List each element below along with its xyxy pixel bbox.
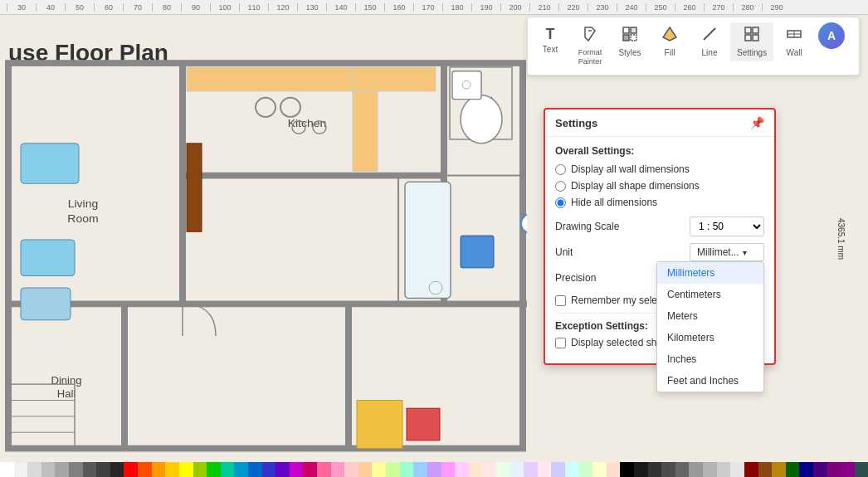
color-swatch[interactable]: [551, 462, 565, 477]
unit-select-button[interactable]: Millimet...: [690, 243, 764, 261]
unit-option-centimeters[interactable]: Centimeters: [657, 284, 763, 305]
unit-option-millimeters[interactable]: Millimeters: [657, 262, 763, 284]
color-swatch[interactable]: [786, 462, 800, 477]
radio-display-shape[interactable]: Display all shape dimensions: [555, 180, 764, 192]
color-swatch[interactable]: [165, 462, 179, 477]
color-swatch[interactable]: [221, 462, 235, 477]
color-swatch[interactable]: [565, 462, 579, 477]
color-swatch[interactable]: [648, 462, 662, 477]
color-swatch[interactable]: [717, 462, 731, 477]
color-swatch[interactable]: [510, 462, 524, 477]
color-swatch[interactable]: [41, 462, 56, 477]
color-swatch[interactable]: [386, 462, 400, 477]
toolbar-item-styles[interactable]: Styles: [611, 22, 649, 61]
radio-display-wall-input[interactable]: [555, 164, 566, 175]
color-swatch[interactable]: [579, 462, 593, 477]
color-swatch[interactable]: [524, 462, 538, 477]
color-swatch[interactable]: [661, 462, 675, 477]
color-swatch[interactable]: [27, 462, 41, 477]
logo-badge: A: [818, 22, 845, 49]
color-swatch[interactable]: [538, 462, 552, 477]
color-swatch[interactable]: [455, 462, 469, 477]
unit-option-inches[interactable]: Inches: [657, 348, 763, 370]
radio-hide-all-input[interactable]: [555, 197, 566, 208]
toolbar-item-wall[interactable]: Wall: [775, 22, 813, 61]
color-swatch[interactable]: [799, 462, 813, 477]
color-swatch[interactable]: [262, 462, 276, 477]
radio-hide-all[interactable]: Hide all dimensions: [555, 197, 764, 208]
color-swatch[interactable]: [96, 462, 110, 477]
color-swatch[interactable]: [496, 462, 510, 477]
toolbar-item-format-painter[interactable]: FormatPainter: [571, 22, 609, 70]
color-swatch[interactable]: [14, 462, 28, 477]
color-swatch[interactable]: [344, 462, 358, 477]
color-swatch[interactable]: [358, 462, 373, 477]
unit-label: Unit: [555, 246, 573, 258]
color-swatch[interactable]: [331, 462, 345, 477]
color-swatch[interactable]: [772, 462, 786, 477]
color-swatch[interactable]: [400, 462, 414, 477]
color-swatch[interactable]: [0, 462, 14, 477]
color-swatch[interactable]: [855, 462, 868, 477]
pin-icon[interactable]: 📌: [750, 116, 764, 129]
ruler-mark: 250: [646, 3, 675, 12]
svg-text:↔: ↔: [526, 218, 527, 230]
color-swatch[interactable]: [207, 462, 221, 477]
color-bar: [0, 462, 868, 477]
ruler-mark: 140: [326, 3, 355, 12]
color-swatch[interactable]: [234, 462, 248, 477]
color-swatch[interactable]: [110, 462, 124, 477]
color-swatch[interactable]: [744, 462, 758, 477]
color-swatch[interactable]: [675, 462, 690, 477]
color-swatch[interactable]: [703, 462, 717, 477]
color-swatch[interactable]: [441, 462, 456, 477]
color-swatch[interactable]: [290, 462, 304, 477]
svg-rect-48: [631, 27, 636, 33]
color-swatch[interactable]: [607, 462, 621, 477]
color-swatch[interactable]: [69, 462, 83, 477]
ruler-mark: 290: [762, 3, 791, 12]
radio-display-wall[interactable]: Display all wall dimensions: [555, 163, 764, 175]
settings-panel: Settings 📌 Overall Settings: Display all…: [544, 108, 776, 365]
color-swatch[interactable]: [193, 462, 207, 477]
color-swatch[interactable]: [592, 462, 607, 477]
color-swatch[interactable]: [813, 462, 827, 477]
color-swatch[interactable]: [317, 462, 331, 477]
ruler-mark: 230: [588, 3, 617, 12]
color-swatch[interactable]: [276, 462, 290, 477]
remember-checkbox[interactable]: [555, 295, 566, 306]
color-swatch[interactable]: [83, 462, 97, 477]
radio-display-shape-input[interactable]: [555, 181, 566, 192]
color-swatch[interactable]: [482, 462, 496, 477]
color-swatch[interactable]: [55, 462, 69, 477]
color-swatch[interactable]: [179, 462, 193, 477]
color-swatch[interactable]: [758, 462, 773, 477]
toolbar-item-fill[interactable]: Fill: [651, 22, 689, 61]
color-swatch[interactable]: [689, 462, 703, 477]
fill-icon: [661, 26, 678, 46]
toolbar-item-text[interactable]: T Text: [531, 22, 569, 58]
color-swatch[interactable]: [427, 462, 441, 477]
color-swatch[interactable]: [372, 462, 386, 477]
color-swatch[interactable]: [303, 462, 317, 477]
drawing-scale-select[interactable]: 1 : 50: [690, 217, 764, 236]
ruler-mark: 200: [500, 3, 529, 12]
color-swatch[interactable]: [634, 462, 648, 477]
unit-option-feet-inches[interactable]: Feet and Inches: [657, 370, 763, 392]
color-swatch[interactable]: [469, 462, 483, 477]
color-swatch[interactable]: [620, 462, 634, 477]
color-swatch[interactable]: [730, 462, 744, 477]
unit-option-kilometers[interactable]: Kilometers: [657, 327, 763, 348]
color-swatch[interactable]: [152, 462, 166, 477]
unit-option-meters[interactable]: Meters: [657, 305, 763, 327]
color-swatch[interactable]: [413, 462, 427, 477]
color-swatch[interactable]: [138, 462, 152, 477]
display-selected-checkbox[interactable]: [555, 338, 566, 348]
color-swatch[interactable]: [248, 462, 262, 477]
toolbar-item-line[interactable]: Line: [690, 22, 729, 61]
toolbar-item-settings[interactable]: Settings: [730, 22, 773, 61]
color-swatch[interactable]: [827, 462, 841, 477]
wall-icon: [786, 26, 802, 46]
color-swatch[interactable]: [841, 462, 855, 477]
color-swatch[interactable]: [124, 462, 138, 477]
